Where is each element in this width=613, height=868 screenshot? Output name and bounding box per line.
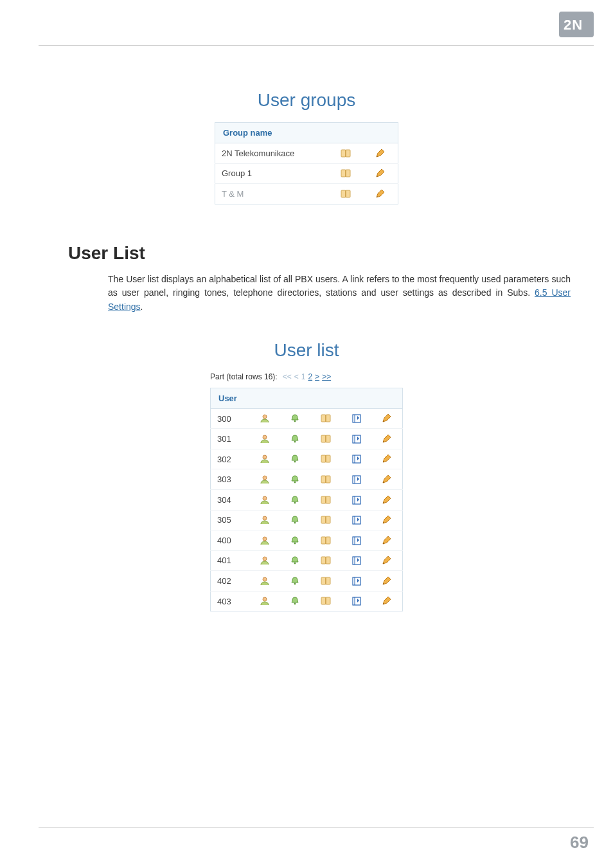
- pencil-icon[interactable]: [375, 168, 386, 179]
- book-icon[interactable]: [320, 434, 332, 444]
- pencil-icon[interactable]: [381, 475, 393, 485]
- user-id: 305: [211, 510, 249, 530]
- pager-page-2[interactable]: 2: [308, 372, 312, 381]
- station-icon[interactable]: [351, 413, 362, 424]
- station-icon[interactable]: [351, 536, 362, 546]
- bell-icon[interactable]: [289, 576, 301, 586]
- station-icon[interactable]: [351, 576, 362, 586]
- user-icon[interactable]: [259, 556, 271, 566]
- book-icon[interactable]: [320, 495, 332, 505]
- station-icon[interactable]: [351, 515, 362, 525]
- book-icon[interactable]: [320, 576, 332, 586]
- pencil-icon[interactable]: [381, 556, 393, 566]
- brand-logo: 2N: [559, 12, 594, 37]
- station-icon[interactable]: [351, 454, 362, 464]
- bell-icon[interactable]: [289, 495, 301, 505]
- user-id: 304: [211, 490, 249, 511]
- header-rule: [39, 45, 594, 46]
- book-icon[interactable]: [320, 596, 332, 606]
- table-row: 403: [211, 591, 403, 611]
- user-id: 301: [211, 429, 249, 449]
- user-icon[interactable]: [259, 495, 271, 505]
- user-id: 300: [211, 408, 249, 429]
- brand-logo-text: 2N: [564, 17, 583, 32]
- station-icon[interactable]: [351, 596, 362, 606]
- user-groups-table: Group name 2N TelekomunikaceGroup 1T & M: [215, 122, 398, 204]
- station-icon[interactable]: [351, 434, 362, 444]
- station-icon[interactable]: [351, 475, 362, 485]
- table-row: 300: [211, 408, 403, 429]
- pager-last[interactable]: >>: [322, 372, 331, 381]
- pager-first: <<: [283, 372, 292, 381]
- pager-label: Part (total rows 16):: [210, 372, 278, 381]
- bell-icon[interactable]: [289, 596, 301, 606]
- user-icon[interactable]: [259, 454, 271, 464]
- book-icon[interactable]: [340, 189, 351, 199]
- book-icon[interactable]: [320, 454, 332, 464]
- user-icon[interactable]: [259, 596, 271, 606]
- section-text-a: The User list displays an alphabetical l…: [108, 274, 571, 298]
- book-icon[interactable]: [320, 475, 332, 485]
- user-icon[interactable]: [259, 515, 271, 525]
- book-icon[interactable]: [320, 536, 332, 546]
- pencil-icon[interactable]: [381, 434, 393, 444]
- pencil-icon[interactable]: [381, 515, 393, 525]
- bell-icon[interactable]: [289, 475, 301, 485]
- bell-icon[interactable]: [289, 413, 301, 424]
- pencil-icon[interactable]: [381, 413, 393, 424]
- table-row: 402: [211, 571, 403, 592]
- pencil-icon[interactable]: [381, 536, 393, 546]
- pencil-icon[interactable]: [381, 454, 393, 464]
- user-list-header: User: [211, 388, 403, 408]
- bell-icon[interactable]: [289, 556, 301, 566]
- user-icon[interactable]: [259, 536, 271, 546]
- table-row: 302: [211, 449, 403, 469]
- book-icon[interactable]: [340, 168, 351, 179]
- station-icon[interactable]: [351, 556, 362, 566]
- table-row: 401: [211, 550, 403, 571]
- page-number: 69: [570, 833, 589, 853]
- group-name: T & M: [215, 184, 329, 204]
- bell-icon[interactable]: [289, 454, 301, 464]
- bell-icon[interactable]: [289, 515, 301, 525]
- table-row: 303: [211, 469, 403, 490]
- book-icon[interactable]: [320, 556, 332, 566]
- pencil-icon[interactable]: [381, 596, 393, 606]
- pencil-icon[interactable]: [381, 495, 393, 505]
- user-icon[interactable]: [259, 576, 271, 586]
- user-list-panel: User list Part (total rows 16): << < 1 2…: [39, 340, 574, 612]
- pencil-icon[interactable]: [375, 149, 386, 159]
- user-id: 401: [211, 550, 249, 571]
- pager-current: 1: [301, 372, 306, 381]
- user-list-pager: Part (total rows 16): << < 1 2 > >>: [210, 372, 403, 381]
- pager-next[interactable]: >: [315, 372, 319, 381]
- pencil-icon[interactable]: [375, 189, 386, 199]
- user-icon[interactable]: [259, 475, 271, 485]
- footer-rule: [39, 827, 594, 828]
- table-row: 305: [211, 510, 403, 530]
- book-icon[interactable]: [320, 515, 332, 525]
- pencil-icon[interactable]: [381, 576, 393, 586]
- table-row: 304: [211, 490, 403, 511]
- table-row: 400: [211, 530, 403, 551]
- user-id: 400: [211, 530, 249, 551]
- user-groups-panel: User groups Group name 2N Telekomunikace…: [39, 90, 574, 204]
- station-icon[interactable]: [351, 495, 362, 505]
- section-heading: User List: [68, 243, 574, 264]
- table-row: Group 1: [215, 163, 398, 184]
- book-icon[interactable]: [340, 149, 351, 159]
- user-groups-header: Group name: [215, 123, 398, 143]
- bell-icon[interactable]: [289, 434, 301, 444]
- user-groups-title: User groups: [258, 90, 356, 111]
- table-row: T & M: [215, 184, 398, 204]
- bell-icon[interactable]: [289, 536, 301, 546]
- user-icon[interactable]: [259, 413, 271, 424]
- section-text-b: .: [141, 302, 143, 312]
- book-icon[interactable]: [320, 413, 332, 424]
- user-id: 303: [211, 469, 249, 490]
- user-id: 302: [211, 449, 249, 469]
- user-icon[interactable]: [259, 434, 271, 444]
- group-name: 2N Telekomunikace: [215, 143, 329, 164]
- table-row: 2N Telekomunikace: [215, 143, 398, 164]
- user-id: 403: [211, 591, 249, 611]
